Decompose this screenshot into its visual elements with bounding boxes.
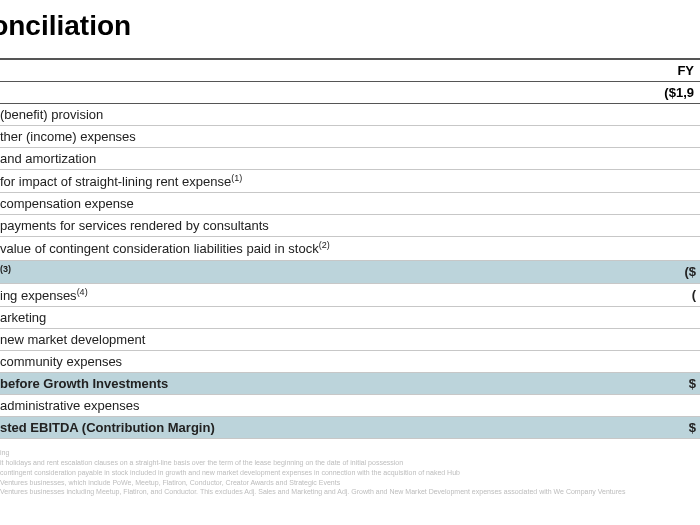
table-row: value of contingent consideration liabil… xyxy=(0,237,700,260)
table-row: for impact of straight-lining rent expen… xyxy=(0,170,700,193)
table-subheader: ($1,9 xyxy=(0,82,700,104)
row-label: ther (income) expenses xyxy=(0,129,696,144)
footnote-line: ing xyxy=(0,449,700,458)
row-label: for impact of straight-lining rent expen… xyxy=(0,173,696,189)
row-label: administrative expenses xyxy=(0,398,696,413)
row-label: ing expenses(4) xyxy=(0,287,656,303)
table-row: new market development xyxy=(0,329,700,351)
table-row: (3)($ xyxy=(0,261,700,284)
row-value: $ xyxy=(656,376,696,391)
page-title: econciliation xyxy=(0,0,700,50)
row-label: new market development xyxy=(0,332,696,347)
row-label: (3) xyxy=(0,264,656,280)
table-row: administrative expenses xyxy=(0,395,700,417)
table-row: arketing xyxy=(0,307,700,329)
reconciliation-table: FY ($1,9 (benefit) provisionther (income… xyxy=(0,58,700,439)
table-row: compensation expense xyxy=(0,193,700,215)
table-row: ther (income) expenses xyxy=(0,126,700,148)
row-label: and amortization xyxy=(0,151,696,166)
row-label: compensation expense xyxy=(0,196,696,211)
table-row: sted EBITDA (Contribution Margin)$ xyxy=(0,417,700,439)
row-label: value of contingent consideration liabil… xyxy=(0,240,696,256)
row-value: ($ xyxy=(656,264,696,280)
row-label: before Growth Investments xyxy=(0,376,656,391)
row-label: sted EBITDA (Contribution Margin) xyxy=(0,420,656,435)
table-row: and amortization xyxy=(0,148,700,170)
footnotes: ingit holidays and rent escalation claus… xyxy=(0,449,700,497)
row-label: (benefit) provision xyxy=(0,107,696,122)
footnote-line: it holidays and rent escalation clauses … xyxy=(0,459,700,468)
table-row: ing expenses(4)( xyxy=(0,284,700,307)
table-row: (benefit) provision xyxy=(0,104,700,126)
row-value: $ xyxy=(656,420,696,435)
row-label: community expenses xyxy=(0,354,696,369)
footnote-line: Ventures businesses including Meetup, Fl… xyxy=(0,488,700,497)
table-row: community expenses xyxy=(0,351,700,373)
footnote-line: Ventures businesses, which include PoWe,… xyxy=(0,479,700,488)
row-label: payments for services rendered by consul… xyxy=(0,218,696,233)
row-value: ( xyxy=(656,287,696,303)
row-label: arketing xyxy=(0,310,696,325)
table-header: FY xyxy=(0,58,700,82)
table-row: payments for services rendered by consul… xyxy=(0,215,700,237)
footnote-line: contingent consideration payable in stoc… xyxy=(0,469,700,478)
table-row: before Growth Investments$ xyxy=(0,373,700,395)
